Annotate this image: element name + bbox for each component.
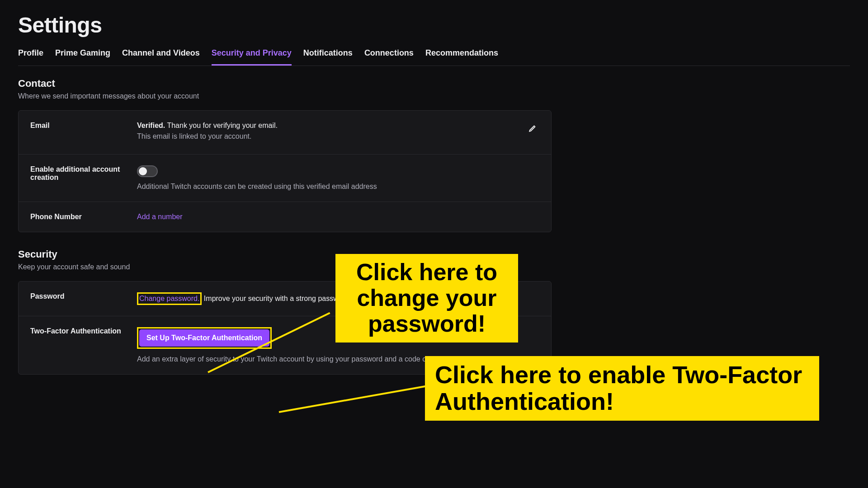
tab-recommendations[interactable]: Recommendations xyxy=(425,46,498,66)
leader-line-2 xyxy=(279,385,431,413)
email-linked-text: This email is linked to your account. xyxy=(137,132,539,141)
password-label: Password xyxy=(30,292,137,305)
annotation-two-factor: Click here to enable Two-Factor Authenti… xyxy=(425,356,819,421)
tab-channel-videos[interactable]: Channel and Videos xyxy=(122,46,200,66)
additional-account-desc: Additional Twitch accounts can be create… xyxy=(137,183,539,191)
contact-panel: Email Verified. Thank you for verifying … xyxy=(18,110,552,232)
contact-desc: Where we send important messages about y… xyxy=(18,92,850,100)
email-label: Email xyxy=(30,122,137,143)
additional-account-label: Enable additional account creation xyxy=(30,165,137,191)
contact-heading: Contact xyxy=(18,78,850,89)
edit-email-button[interactable] xyxy=(524,121,540,137)
setup-two-factor-button[interactable]: Set Up Two-Factor Authentication xyxy=(139,329,269,347)
phone-label: Phone Number xyxy=(30,213,137,221)
two-factor-highlight: Set Up Two-Factor Authentication xyxy=(137,327,272,349)
tab-profile[interactable]: Profile xyxy=(18,46,43,66)
tab-notifications[interactable]: Notifications xyxy=(303,46,353,66)
toggle-knob xyxy=(139,167,147,175)
add-phone-link[interactable]: Add a number xyxy=(137,213,183,221)
email-verified-prefix: Verified. xyxy=(137,122,165,129)
change-password-link[interactable]: Change password. xyxy=(139,295,199,302)
additional-account-toggle[interactable] xyxy=(137,165,158,177)
change-password-highlight: Change password. xyxy=(137,292,202,305)
settings-tabs: Profile Prime Gaming Channel and Videos … xyxy=(18,46,850,66)
page-title: Settings xyxy=(18,13,850,38)
tab-connections[interactable]: Connections xyxy=(364,46,414,66)
tab-prime-gaming[interactable]: Prime Gaming xyxy=(55,46,110,66)
email-verified-text: Thank you for verifying your email. xyxy=(165,122,278,129)
email-row: Email Verified. Thank you for verifying … xyxy=(19,111,551,155)
pencil-icon xyxy=(528,124,537,133)
password-hint: Improve your security with a strong pass… xyxy=(202,295,351,302)
additional-account-row: Enable additional account creation Addit… xyxy=(19,155,551,202)
phone-row: Phone Number Add a number xyxy=(19,202,551,232)
tab-security-privacy[interactable]: Security and Privacy xyxy=(212,46,292,66)
annotation-change-password: Click here to change your password! xyxy=(335,254,518,343)
two-factor-label: Two-Factor Authentication xyxy=(30,327,137,363)
